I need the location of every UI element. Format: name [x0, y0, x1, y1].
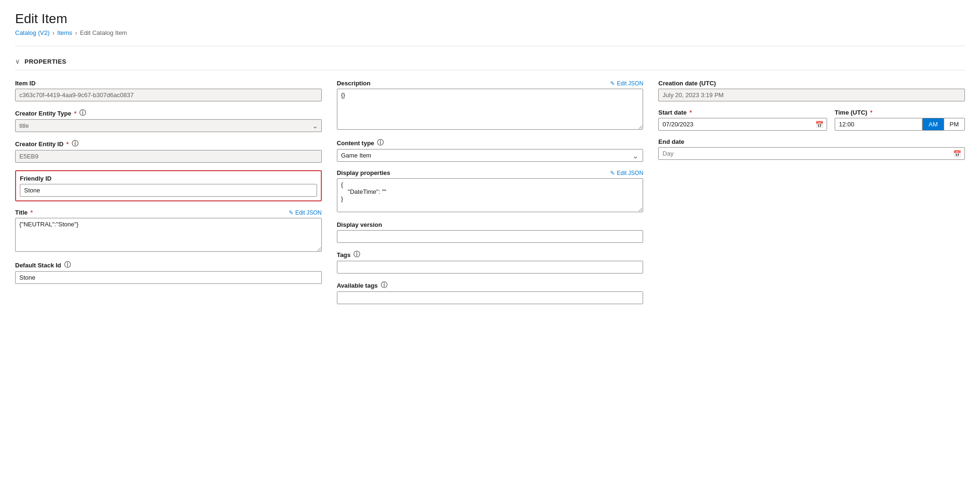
creator-entity-id-label: Creator Entity ID * ⓘ	[15, 140, 322, 148]
form-col-3: Creation date (UTC) Start date * 📅 Time …	[658, 80, 965, 312]
creation-date-input	[658, 89, 965, 101]
am-button[interactable]: AM	[922, 118, 944, 131]
tags-input[interactable]	[337, 261, 644, 274]
creator-entity-id-input[interactable]	[15, 150, 322, 163]
title-group: Title * ✎ Edit JSON	[15, 209, 322, 253]
start-date-required: *	[689, 109, 692, 116]
tags-info-icon[interactable]: ⓘ	[353, 250, 360, 259]
time-utc-group: Time (UTC) * AM PM	[835, 109, 965, 131]
properties-section-header: ∨ PROPERTIES	[15, 58, 965, 70]
creator-entity-id-group: Creator Entity ID * ⓘ	[15, 140, 322, 163]
description-group: Description ✎ Edit JSON	[337, 80, 644, 131]
tags-group: Tags ⓘ	[337, 250, 644, 274]
breadcrumb-sep-2: ›	[75, 29, 77, 36]
title-edit-json-icon: ✎	[289, 209, 293, 216]
creation-date-group: Creation date (UTC)	[658, 80, 965, 101]
breadcrumb-items[interactable]: Items	[57, 29, 72, 36]
breadcrumb-current: Edit Catalog Item	[80, 29, 127, 36]
description-edit-json-button[interactable]: ✎ Edit JSON	[610, 80, 643, 87]
friendly-id-label: Friendly ID	[20, 175, 317, 182]
display-properties-label: Display properties ✎ Edit JSON	[337, 169, 644, 176]
default-stack-id-input[interactable]	[15, 271, 322, 284]
title-required: *	[31, 209, 33, 216]
page-title: Edit Item	[15, 11, 965, 26]
tags-label: Tags ⓘ	[337, 250, 644, 259]
content-type-info-icon[interactable]: ⓘ	[377, 139, 384, 147]
creator-entity-type-group: Creator Entity Type * ⓘ title master_pla…	[15, 109, 322, 132]
creation-date-label: Creation date (UTC)	[658, 80, 965, 87]
form-grid: Item ID Creator Entity Type * ⓘ title ma…	[15, 80, 965, 312]
end-date-input[interactable]	[658, 147, 965, 160]
pm-button[interactable]: PM	[944, 118, 965, 131]
display-properties-group: Display properties ✎ Edit JSON	[337, 169, 644, 214]
time-utc-label: Time (UTC) *	[835, 109, 965, 116]
description-textarea[interactable]	[337, 89, 644, 130]
start-date-label: Start date *	[658, 109, 827, 116]
creator-entity-id-info-icon[interactable]: ⓘ	[72, 140, 78, 148]
title-textarea[interactable]	[15, 218, 322, 252]
available-tags-label: Available tags ⓘ	[337, 281, 644, 290]
end-date-label: End date	[658, 138, 965, 145]
creator-entity-type-info-icon[interactable]: ⓘ	[79, 109, 86, 117]
content-type-select[interactable]: Game Item Bundle Container Currency UGC	[337, 149, 644, 162]
friendly-id-group: Friendly ID	[15, 170, 322, 201]
start-date-input-wrapper: 📅	[658, 118, 827, 131]
creator-entity-id-required: *	[67, 141, 69, 148]
friendly-id-input[interactable]	[20, 184, 317, 197]
am-pm-group: AM PM	[922, 118, 965, 131]
display-version-group: Display version	[337, 221, 644, 243]
form-col-2: Description ✎ Edit JSON Content type ⓘ G…	[337, 80, 644, 312]
creator-entity-type-required: *	[74, 110, 76, 117]
available-tags-input[interactable]	[337, 291, 644, 304]
breadcrumb: Catalog (V2) › Items › Edit Catalog Item	[15, 29, 965, 36]
content-type-group: Content type ⓘ Game Item Bundle Containe…	[337, 139, 644, 162]
breadcrumb-root[interactable]: Catalog (V2)	[15, 29, 50, 36]
form-col-1: Item ID Creator Entity Type * ⓘ title ma…	[15, 80, 322, 312]
content-type-label: Content type ⓘ	[337, 139, 644, 147]
display-properties-edit-json-button[interactable]: ✎ Edit JSON	[610, 170, 643, 176]
creator-entity-type-select-wrapper: title master_player_account character	[15, 119, 322, 132]
breadcrumb-sep-1: ›	[52, 29, 54, 36]
available-tags-group: Available tags ⓘ	[337, 281, 644, 304]
display-version-input[interactable]	[337, 230, 644, 243]
title-label: Title * ✎ Edit JSON	[15, 209, 322, 216]
properties-chevron-icon[interactable]: ∨	[15, 58, 20, 65]
description-label: Description ✎ Edit JSON	[337, 80, 644, 87]
default-stack-id-group: Default Stack Id ⓘ	[15, 261, 322, 284]
end-date-input-wrapper: 📅	[658, 147, 965, 160]
description-edit-json-icon: ✎	[610, 80, 615, 87]
creator-entity-type-select[interactable]: title master_player_account character	[15, 119, 322, 132]
item-id-input[interactable]	[15, 89, 322, 101]
start-date-input[interactable]	[658, 118, 827, 131]
item-id-group: Item ID	[15, 80, 322, 101]
header-divider	[15, 46, 965, 46]
display-properties-edit-json-icon: ✎	[610, 170, 615, 176]
display-version-label: Display version	[337, 221, 644, 228]
creator-entity-type-label: Creator Entity Type * ⓘ	[15, 109, 322, 117]
title-edit-json-button[interactable]: ✎ Edit JSON	[289, 209, 322, 216]
content-type-select-wrapper: Game Item Bundle Container Currency UGC	[337, 149, 644, 162]
start-time-section: Start date * 📅 Time (UTC) * AM PM	[658, 109, 965, 131]
start-date-group: Start date * 📅	[658, 109, 827, 131]
default-stack-id-info-icon[interactable]: ⓘ	[64, 261, 71, 269]
end-date-group: End date 📅	[658, 138, 965, 160]
properties-section-title: PROPERTIES	[25, 58, 67, 65]
display-properties-textarea[interactable]	[337, 178, 644, 212]
time-utc-required: *	[870, 109, 872, 116]
default-stack-id-label: Default Stack Id ⓘ	[15, 261, 322, 269]
time-row: AM PM	[835, 118, 965, 131]
available-tags-info-icon[interactable]: ⓘ	[381, 281, 387, 290]
time-input[interactable]	[835, 118, 922, 131]
item-id-label: Item ID	[15, 80, 322, 87]
